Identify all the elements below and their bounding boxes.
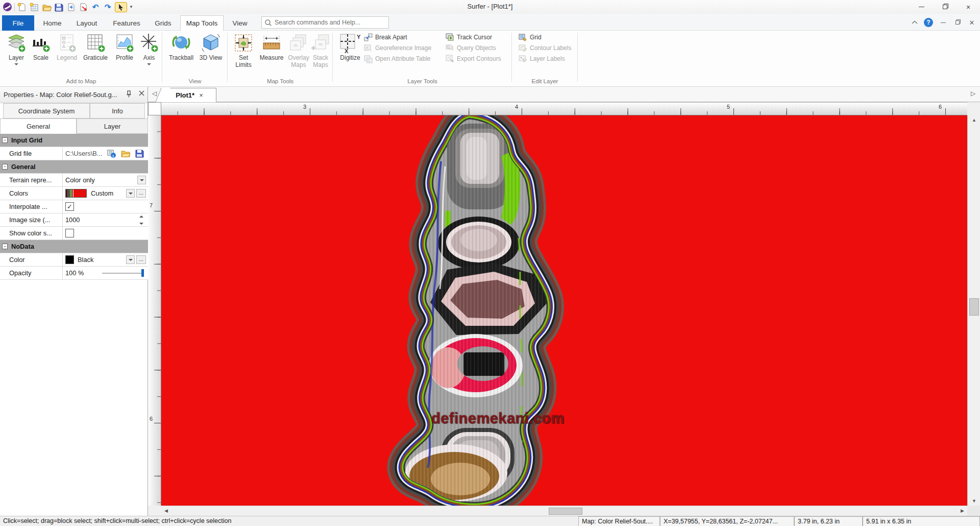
collapse-icon[interactable]: −: [2, 137, 8, 143]
undo-button[interactable]: ↶: [90, 2, 101, 12]
document-tab-plot1[interactable]: Plot1* ×: [162, 88, 216, 102]
tab-scroll-left-icon[interactable]: ◁: [152, 90, 157, 97]
tab-home[interactable]: Home: [37, 15, 67, 31]
toolbar-dropdown-icon[interactable]: ▼: [129, 5, 133, 9]
new-worksheet-button[interactable]: [29, 2, 39, 12]
spin-down-icon[interactable]: [139, 223, 143, 225]
map-canvas[interactable]: definemekani.com: [161, 115, 967, 506]
close-button[interactable]: ×: [957, 0, 980, 14]
track-cursor-button[interactable]: Track Cursor: [446, 32, 492, 42]
pin-icon[interactable]: [126, 90, 132, 98]
section-nodata[interactable]: − NoData: [0, 240, 148, 253]
tab-layer[interactable]: Layer: [77, 118, 148, 134]
section-input-grid[interactable]: − Input Grid: [0, 134, 148, 147]
scroll-right-icon[interactable]: ▶: [961, 508, 964, 513]
grid-info-icon[interactable]: i: [107, 149, 116, 158]
redo-button[interactable]: ↷: [103, 2, 113, 12]
command-search[interactable]: [261, 16, 389, 29]
tab-features[interactable]: Features: [106, 15, 147, 31]
button-label: Overlay Maps: [286, 55, 311, 68]
grid-divider: [62, 253, 63, 266]
more-options-button[interactable]: ...: [136, 189, 146, 198]
panel-close-icon[interactable]: [139, 90, 144, 96]
color-gradient-swatch[interactable]: [65, 189, 87, 198]
checkbox-checked[interactable]: ✓: [65, 202, 74, 211]
dropdown-button[interactable]: [126, 189, 135, 198]
collapse-icon[interactable]: −: [2, 244, 8, 249]
row-colors[interactable]: Colors Custom ...: [0, 187, 148, 200]
tab-file[interactable]: File: [2, 15, 34, 31]
profile-button[interactable]: Profile: [113, 32, 136, 74]
trackball-button[interactable]: Trackball: [165, 32, 197, 74]
axis-icon: [139, 33, 159, 53]
new-plot-button[interactable]: [17, 2, 27, 12]
search-input[interactable]: [275, 19, 377, 26]
black-color-swatch[interactable]: [65, 255, 74, 264]
row-terrain-representation[interactable]: Terrain repre... Color only: [0, 174, 148, 187]
tab-scroll-right-icon[interactable]: ▷: [971, 90, 975, 97]
set-limits-button[interactable]: Set Limits: [232, 32, 255, 74]
scale-button[interactable]: Scale: [30, 32, 52, 74]
vertical-scroll-thumb[interactable]: [969, 298, 979, 316]
opacity-slider-track[interactable]: [102, 273, 142, 274]
row-image-size[interactable]: Image size (... 1000: [0, 213, 148, 227]
child-close-icon[interactable]: ✕: [968, 18, 976, 27]
tab-info[interactable]: Info: [90, 103, 145, 118]
row-nodata-color[interactable]: Color Black ...: [0, 253, 148, 267]
opacity-slider-thumb[interactable]: [141, 269, 144, 277]
collapse-ribbon-icon[interactable]: [912, 20, 918, 25]
select-tool-button[interactable]: [115, 2, 127, 12]
save-button[interactable]: [54, 2, 64, 12]
measure-button[interactable]: Measure: [257, 32, 286, 74]
tab-close-icon[interactable]: ×: [199, 91, 203, 99]
layer-button[interactable]: Layer: [4, 32, 29, 74]
tab-coordinate-system[interactable]: Coordinate System: [3, 103, 90, 118]
open-button[interactable]: [41, 2, 52, 12]
surfer-logo-icon[interactable]: [2, 2, 12, 12]
checkbox-unchecked[interactable]: [65, 229, 74, 237]
spin-up-icon[interactable]: [139, 216, 143, 218]
document-tab-bar: ◁ Plot1* × ▷: [148, 87, 980, 102]
spinner-control[interactable]: [139, 216, 146, 225]
tab-grids[interactable]: Grids: [149, 15, 178, 31]
dropdown-button[interactable]: [126, 255, 135, 264]
open-folder-icon[interactable]: [121, 149, 131, 158]
minimize-button[interactable]: [910, 0, 933, 14]
ruler-number: 6: [150, 416, 153, 422]
restore-button[interactable]: [933, 0, 957, 14]
child-restore-icon[interactable]: [953, 18, 962, 27]
dropdown-button[interactable]: [137, 176, 146, 184]
graticule-button[interactable]: Graticule: [80, 32, 111, 74]
scroll-up-icon[interactable]: ▲: [972, 117, 976, 123]
vertical-scrollbar[interactable]: ▲ ▼: [967, 115, 980, 506]
tab-map-tools[interactable]: Map Tools: [180, 15, 224, 31]
section-general[interactable]: − General: [0, 160, 148, 174]
more-options-button[interactable]: ...: [136, 255, 146, 264]
break-apart-button[interactable]: Break Apart: [364, 32, 407, 42]
row-grid-file[interactable]: Grid file C:\Users\B... i: [0, 147, 148, 160]
tab-view[interactable]: View: [226, 15, 254, 31]
view3d-button[interactable]: 3D View: [199, 32, 223, 74]
child-minimize-icon[interactable]: [939, 18, 947, 27]
row-interpolate[interactable]: Interpolate ... ✓: [0, 200, 148, 213]
row-show-color-scale[interactable]: Show color s...: [0, 227, 148, 240]
scroll-down-icon[interactable]: ▼: [972, 498, 976, 504]
section-label: Input Grid: [11, 136, 42, 144]
row-opacity[interactable]: Opacity 100 %: [0, 267, 148, 280]
attribute-table-icon: [364, 55, 373, 63]
save-grid-icon[interactable]: [135, 149, 144, 158]
import-button[interactable]: [66, 2, 76, 12]
grid-button[interactable]: Grid: [519, 32, 542, 42]
scroll-left-icon[interactable]: ◀: [164, 508, 168, 513]
help-icon[interactable]: ?: [924, 18, 933, 27]
export-button[interactable]: [78, 2, 88, 12]
tab-general[interactable]: General: [0, 118, 77, 134]
collapse-icon[interactable]: −: [2, 164, 8, 170]
horizontal-scroll-thumb[interactable]: [549, 508, 582, 515]
horizontal-scrollbar[interactable]: ◀ ▶: [161, 506, 967, 516]
button-label: Trackball: [169, 55, 193, 62]
tab-layout[interactable]: Layout: [70, 15, 104, 31]
axis-button[interactable]: Axis: [139, 32, 159, 74]
digitize-button[interactable]: Y X Digitize: [337, 32, 363, 74]
button-label: Scale: [33, 55, 48, 62]
